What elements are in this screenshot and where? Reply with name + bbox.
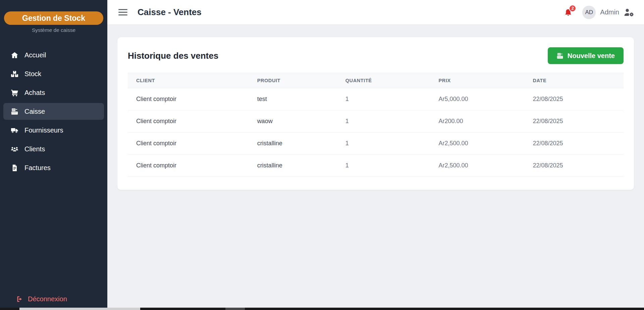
username: Admin (600, 8, 619, 16)
sidebar-item-stock[interactable]: Stock (3, 65, 104, 82)
sidebar-item-clients[interactable]: Clients (3, 141, 104, 157)
truck-icon (11, 126, 18, 134)
sidebar-item-label: Achats (24, 89, 45, 97)
cash-register-icon (11, 108, 18, 115)
table-row: Client comptoir cristalline 1 Ar2,500.00… (128, 155, 624, 177)
logout-icon (16, 296, 23, 303)
sidebar-item-fournisseurs[interactable]: Fournisseurs (3, 122, 104, 139)
cell-client: Client comptoir (128, 118, 249, 125)
cell-prix: Ar2,500.00 (430, 162, 525, 169)
horizontal-scrollbar[interactable] (0, 308, 644, 310)
topbar-right: 2 AD Admin (564, 6, 635, 19)
sidebar-item-label: Stock (24, 70, 41, 78)
sidebar-item-caisse[interactable]: Caisse (3, 103, 104, 120)
sales-history-card: Historique des ventes Nouvelle vente CLI (117, 37, 634, 190)
cell-client: Client comptoir (128, 140, 249, 147)
cell-quantite: 1 (337, 140, 430, 147)
logout-label: Déconnexion (28, 295, 67, 303)
cell-date: 22/08/2025 (524, 118, 624, 125)
cell-produit: cristalline (249, 140, 337, 147)
app-subtitle: Système de caisse (0, 27, 107, 33)
scrollbar-thumb[interactable] (19, 308, 140, 310)
sidebar: Gestion de Stock Système de caisse Accue… (0, 0, 107, 308)
sidebar-item-factures[interactable]: Factures (3, 159, 104, 176)
cell-quantite: 1 (337, 96, 430, 103)
boxes-icon (11, 70, 18, 78)
menu-toggle-icon[interactable] (118, 9, 127, 15)
cell-quantite: 1 (337, 162, 430, 169)
cell-prix: Ar200.00 (430, 118, 525, 125)
notification-badge: 2 (569, 5, 576, 12)
scrollbar-segment (225, 308, 245, 310)
column-header-client: CLIENT (128, 78, 249, 83)
invoice-icon (11, 164, 18, 172)
cash-register-icon (556, 52, 564, 59)
user-gear-icon[interactable] (623, 7, 635, 17)
sidebar-item-achats[interactable]: Achats (3, 84, 104, 101)
new-sale-label: Nouvelle vente (568, 52, 615, 60)
notifications-button[interactable]: 2 (564, 7, 574, 18)
users-icon (11, 145, 18, 153)
cell-produit: waow (249, 118, 337, 125)
sidebar-item-accueil[interactable]: Accueil (3, 47, 104, 63)
sidebar-item-label: Clients (24, 145, 45, 153)
cell-client: Client comptoir (128, 162, 249, 169)
sales-table: CLIENT PRODUIT QUANTITÉ PRIX DATE Client… (128, 73, 624, 177)
main-content: Historique des ventes Nouvelle vente CLI (107, 25, 644, 308)
cell-client: Client comptoir (128, 96, 249, 103)
table-row: Client comptoir waow 1 Ar200.00 22/08/20… (128, 110, 624, 133)
column-header-date: DATE (524, 78, 624, 83)
cart-icon (11, 89, 18, 97)
sidebar-item-label: Factures (24, 164, 51, 172)
topbar: Caisse - Ventes 2 AD Admin (107, 0, 644, 25)
column-header-prix: PRIX (430, 78, 525, 83)
sidebar-nav: Accueil Stock Achats (0, 47, 107, 176)
cell-date: 22/08/2025 (524, 162, 624, 169)
cell-date: 22/08/2025 (524, 140, 624, 147)
table-header-row: CLIENT PRODUIT QUANTITÉ PRIX DATE (128, 73, 624, 88)
column-header-quantite: QUANTITÉ (337, 78, 430, 83)
logout-button[interactable]: Déconnexion (0, 295, 107, 303)
page-title: Caisse - Ventes (138, 7, 202, 17)
sidebar-item-label: Caisse (24, 108, 45, 115)
app-title: Gestion de Stock (22, 14, 85, 23)
cell-prix: Ar2,500.00 (430, 140, 525, 147)
table-row: Client comptoir cristalline 1 Ar2,500.00… (128, 133, 624, 155)
card-title: Historique des ventes (128, 51, 218, 61)
table-row: Client comptoir test 1 Ar5,000.00 22/08/… (128, 88, 624, 110)
cell-produit: test (249, 96, 337, 103)
cell-date: 22/08/2025 (524, 96, 624, 103)
sidebar-item-label: Accueil (24, 51, 46, 59)
column-header-produit: PRODUIT (249, 78, 337, 83)
sidebar-item-label: Fournisseurs (24, 126, 63, 134)
cell-quantite: 1 (337, 118, 430, 125)
home-icon (11, 51, 18, 59)
new-sale-button[interactable]: Nouvelle vente (548, 47, 624, 64)
avatar[interactable]: AD (582, 6, 596, 19)
cell-produit: cristalline (249, 162, 337, 169)
cell-prix: Ar5,000.00 (430, 96, 525, 103)
app-logo: Gestion de Stock (4, 11, 103, 25)
avatar-initials: AD (585, 9, 593, 16)
